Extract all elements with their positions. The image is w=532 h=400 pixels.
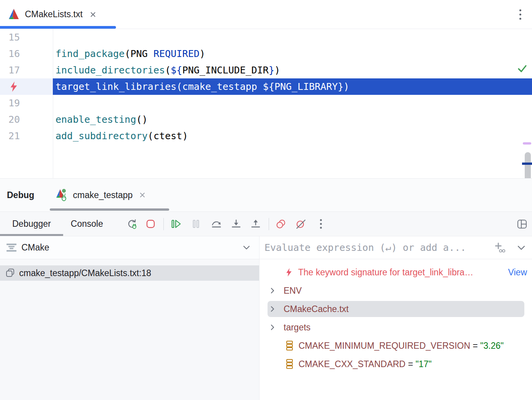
variable-icon: [286, 340, 294, 351]
code-text[interactable]: find_package(PNG REQUIRED): [53, 46, 532, 62]
code-text[interactable]: include_directories(${PNG_INCLUDE_DIR}): [53, 62, 532, 78]
warning-bolt-icon: [286, 268, 292, 276]
tree-group-label: targets: [284, 322, 310, 333]
code-text[interactable]: [53, 95, 532, 111]
frames-panel: CMake cmake_testapp/CMakeLists.txt:18: [0, 236, 259, 400]
tree-group-targets[interactable]: targets: [259, 318, 532, 337]
equals-sign: =: [473, 341, 480, 351]
tab-debugger[interactable]: Debugger: [0, 212, 63, 236]
resume-icon[interactable]: [171, 219, 181, 229]
error-stripe-mark[interactable]: [523, 142, 531, 145]
close-session-icon[interactable]: [139, 192, 146, 198]
code-line[interactable]: 17include_directories(${PNG_INCLUDE_DIR}…: [0, 62, 532, 78]
more-options-icon[interactable]: [518, 8, 523, 21]
clion-window: CMakeLists.txt 1516find_package(PNG REQU…: [0, 0, 532, 400]
debugger-body: CMake cmake_testapp/CMakeLists.txt:18: [0, 236, 532, 400]
rerun-debug-icon[interactable]: [127, 219, 137, 229]
cmake-debug-icon: [55, 188, 69, 202]
view-breakpoints-icon[interactable]: [276, 219, 286, 229]
chevron-down-icon[interactable]: [517, 246, 525, 250]
add-watch-icon[interactable]: [494, 242, 506, 254]
evaluate-placeholder: Evaluate expression (↵) or add a...: [264, 242, 494, 253]
variable-name: CMAKE_MINIMUM_REQUIRED_VERSION: [299, 341, 473, 351]
chevron-right-icon[interactable]: [270, 306, 276, 312]
evaluate-expression-field[interactable]: Evaluate expression (↵) or add a...: [259, 236, 532, 259]
code-editor[interactable]: 1516find_package(PNG REQUIRED)17include_…: [0, 29, 532, 178]
equals-sign: =: [408, 359, 416, 369]
tab-cmakelists[interactable]: CMakeLists.txt: [0, 0, 103, 29]
step-into-icon[interactable]: [231, 219, 242, 229]
tree-variable-row[interactable]: CMAKE_MINIMUM_REQUIRED_VERSION = "3.26": [259, 337, 532, 355]
mute-breakpoints-icon[interactable]: [295, 219, 306, 229]
debugger-toolbar: Debugger Console: [0, 212, 532, 236]
view-link[interactable]: View: [508, 267, 527, 278]
variables-panel: Evaluate expression (↵) or add a...: [259, 236, 532, 400]
tree-group-label: CMakeCache.txt: [284, 304, 349, 314]
chevron-right-icon[interactable]: [270, 324, 276, 331]
chevron-right-icon[interactable]: [270, 287, 276, 294]
code-text[interactable]: [53, 29, 532, 46]
chevron-down-icon: [243, 246, 250, 250]
step-over-icon[interactable]: [211, 219, 222, 229]
stop-icon[interactable]: [145, 219, 156, 229]
debug-window-title: Debug: [7, 190, 34, 200]
code-lines: 1516find_package(PNG REQUIRED)17include_…: [0, 29, 532, 144]
stack-frame-item[interactable]: cmake_testapp/CMakeLists.txt:18: [0, 265, 259, 281]
breakpoint-icon[interactable]: [0, 78, 53, 95]
toolbar-more-icon[interactable]: [315, 219, 326, 229]
threads-icon: [6, 243, 17, 253]
tree-group-env[interactable]: ENV: [259, 281, 532, 300]
line-number[interactable]: 21: [0, 128, 53, 144]
code-text[interactable]: add_subdirectory(ctest): [53, 128, 532, 144]
line-number[interactable]: 15: [0, 29, 53, 46]
tree-group-label: ENV: [284, 286, 302, 296]
warning-text: The keyword signature for target_link_li…: [298, 267, 473, 278]
code-text[interactable]: enable_testing(): [53, 111, 532, 128]
tree-group-cmakecache-txt[interactable]: CMakeCache.txt: [259, 300, 532, 318]
session-tab-label: cmake_testapp: [73, 190, 133, 200]
tab-session-cmake-testapp[interactable]: cmake_testapp: [55, 179, 146, 211]
code-line[interactable]: 20enable_testing(): [0, 111, 532, 128]
variable-value: "3.26": [480, 341, 504, 351]
toolbar-separator: [269, 218, 269, 230]
cmake-icon: [8, 8, 20, 21]
line-number[interactable]: 20: [0, 111, 53, 128]
layout-settings-icon[interactable]: [517, 219, 527, 229]
code-line[interactable]: 16find_package(PNG REQUIRED): [0, 46, 532, 62]
stack-frame-label: cmake_testapp/CMakeLists.txt:18: [19, 268, 151, 278]
variable-name: CMAKE_CXX_STANDARD: [299, 359, 408, 369]
line-number[interactable]: 19: [0, 95, 53, 111]
breakpoint-warning-row[interactable]: The keyword signature for target_link_li…: [259, 263, 532, 281]
thread-selector-label: CMake: [21, 242, 49, 253]
close-icon[interactable]: [90, 11, 96, 18]
inspections-ok-icon[interactable]: [517, 64, 527, 73]
code-line[interactable]: 19: [0, 95, 532, 111]
tab-console[interactable]: Console: [63, 212, 111, 236]
tab-title: CMakeLists.txt: [25, 9, 83, 20]
line-number[interactable]: 16: [0, 46, 53, 62]
code-line-current[interactable]: target_link_libraries(cmake_testapp ${PN…: [0, 78, 532, 95]
code-line[interactable]: 15: [0, 29, 532, 46]
variable-icon: [286, 359, 294, 369]
code-line[interactable]: 21add_subdirectory(ctest): [0, 128, 532, 144]
active-tab-underline: [0, 26, 116, 29]
debug-header: Debug cmake_testapp: [0, 179, 532, 212]
session-tab-underline: [50, 208, 169, 211]
thread-selector[interactable]: CMake: [0, 236, 259, 259]
scrollbar-thumb[interactable]: [525, 152, 531, 178]
variable-value: "17": [416, 359, 432, 369]
frame-icon: [5, 268, 15, 278]
variables-tree: The keyword signature for target_link_li…: [259, 259, 532, 373]
pause-icon[interactable]: [191, 219, 201, 229]
toolbar-separator: [163, 218, 164, 230]
debug-tool-window: Debug cmake_testapp: [0, 178, 532, 400]
tree-variable-row[interactable]: CMAKE_CXX_STANDARD = "17": [259, 355, 532, 373]
line-number[interactable]: 17: [0, 62, 53, 78]
code-text[interactable]: target_link_libraries(cmake_testapp ${PN…: [53, 78, 532, 95]
editor-tab-bar: CMakeLists.txt: [0, 0, 532, 29]
current-line-stripe-mark[interactable]: [522, 163, 532, 165]
step-out-icon[interactable]: [250, 219, 261, 229]
